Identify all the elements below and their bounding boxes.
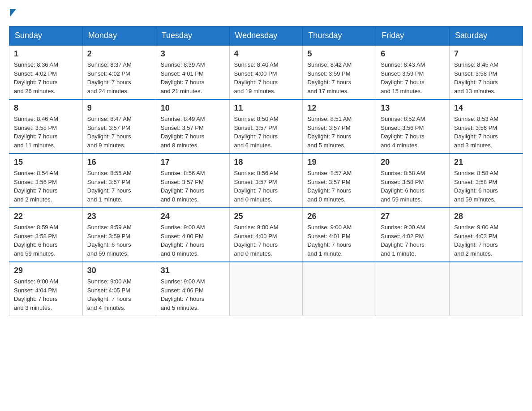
day-number-7: 7 [454,49,518,59]
day-number-1: 1 [14,49,78,59]
day-number-10: 10 [161,103,225,113]
day-info-6: Sunrise: 8:43 AMSunset: 3:59 PMDaylight:… [381,60,445,95]
day-info-8: Sunrise: 8:46 AMSunset: 3:58 PMDaylight:… [14,115,78,150]
day-cell-31: 31Sunrise: 9:00 AMSunset: 4:06 PMDayligh… [156,262,229,316]
empty-cell-w4-d6 [450,262,523,316]
weekday-friday: Friday [376,26,450,46]
day-number-18: 18 [234,158,298,167]
day-info-7: Sunrise: 8:45 AMSunset: 3:58 PMDaylight:… [454,60,518,95]
day-number-4: 4 [234,49,298,59]
day-info-4: Sunrise: 8:40 AMSunset: 4:00 PMDaylight:… [234,60,298,95]
day-number-3: 3 [161,49,225,59]
week-row-1: 1Sunrise: 8:36 AMSunset: 4:02 PMDaylight… [9,45,523,99]
day-cell-10: 10Sunrise: 8:49 AMSunset: 3:57 PMDayligh… [156,99,229,154]
day-number-23: 23 [87,212,151,221]
weekday-wednesday: Wednesday [229,26,303,46]
day-info-15: Sunrise: 8:54 AMSunset: 3:56 PMDaylight:… [14,169,78,204]
day-cell-27: 27Sunrise: 9:00 AMSunset: 4:02 PMDayligh… [376,208,450,262]
logo-arrow-icon [10,9,16,17]
day-info-28: Sunrise: 9:00 AMSunset: 4:03 PMDaylight:… [454,223,518,258]
day-cell-6: 6Sunrise: 8:43 AMSunset: 3:59 PMDaylight… [376,45,450,99]
day-number-20: 20 [381,158,445,167]
week-row-3: 15Sunrise: 8:54 AMSunset: 3:56 PMDayligh… [9,154,523,208]
day-info-25: Sunrise: 9:00 AMSunset: 4:00 PMDaylight:… [234,223,298,258]
empty-cell-w4-d4 [303,262,376,316]
day-cell-21: 21Sunrise: 8:58 AMSunset: 3:58 PMDayligh… [450,154,523,208]
day-info-30: Sunrise: 9:00 AMSunset: 4:05 PMDaylight:… [87,277,151,312]
day-cell-17: 17Sunrise: 8:56 AMSunset: 3:57 PMDayligh… [156,154,229,208]
day-info-21: Sunrise: 8:58 AMSunset: 3:58 PMDaylight:… [454,169,518,204]
day-info-13: Sunrise: 8:52 AMSunset: 3:56 PMDaylight:… [381,115,445,150]
day-info-9: Sunrise: 8:47 AMSunset: 3:57 PMDaylight:… [87,115,151,150]
day-number-26: 26 [307,212,371,221]
day-cell-30: 30Sunrise: 9:00 AMSunset: 4:05 PMDayligh… [82,262,156,316]
day-number-19: 19 [307,158,371,167]
day-number-24: 24 [161,212,225,221]
day-cell-2: 2Sunrise: 8:37 AMSunset: 4:02 PMDaylight… [82,45,156,99]
day-cell-22: 22Sunrise: 8:59 AMSunset: 3:58 PMDayligh… [9,208,83,262]
day-info-3: Sunrise: 8:39 AMSunset: 4:01 PMDaylight:… [161,60,225,95]
weekday-header-row: SundayMondayTuesdayWednesdayThursdayFrid… [9,26,523,46]
logo [9,9,16,17]
weekday-sunday: Sunday [9,26,83,46]
day-info-17: Sunrise: 8:56 AMSunset: 3:57 PMDaylight:… [161,169,225,204]
day-info-12: Sunrise: 8:51 AMSunset: 3:57 PMDaylight:… [307,115,371,150]
day-number-5: 5 [307,49,371,59]
day-cell-1: 1Sunrise: 8:36 AMSunset: 4:02 PMDaylight… [9,45,83,99]
day-cell-8: 8Sunrise: 8:46 AMSunset: 3:58 PMDaylight… [9,99,83,154]
day-number-30: 30 [87,266,151,275]
day-cell-26: 26Sunrise: 9:00 AMSunset: 4:01 PMDayligh… [303,208,376,262]
day-cell-20: 20Sunrise: 8:58 AMSunset: 3:58 PMDayligh… [376,154,450,208]
day-cell-23: 23Sunrise: 8:59 AMSunset: 3:59 PMDayligh… [82,208,156,262]
day-number-25: 25 [234,212,298,221]
week-row-5: 29Sunrise: 9:00 AMSunset: 4:04 PMDayligh… [9,262,523,316]
day-number-6: 6 [381,49,445,59]
day-info-14: Sunrise: 8:53 AMSunset: 3:56 PMDaylight:… [454,115,518,150]
day-info-27: Sunrise: 9:00 AMSunset: 4:02 PMDaylight:… [381,223,445,258]
day-info-19: Sunrise: 8:57 AMSunset: 3:57 PMDaylight:… [307,169,371,204]
day-number-12: 12 [307,103,371,113]
day-info-11: Sunrise: 8:50 AMSunset: 3:57 PMDaylight:… [234,115,298,150]
day-cell-12: 12Sunrise: 8:51 AMSunset: 3:57 PMDayligh… [303,99,376,154]
day-cell-28: 28Sunrise: 9:00 AMSunset: 4:03 PMDayligh… [450,208,523,262]
empty-cell-w4-d5 [376,262,450,316]
weekday-monday: Monday [82,26,156,46]
day-info-29: Sunrise: 9:00 AMSunset: 4:04 PMDaylight:… [14,277,78,312]
day-cell-3: 3Sunrise: 8:39 AMSunset: 4:01 PMDaylight… [156,45,229,99]
day-cell-13: 13Sunrise: 8:52 AMSunset: 3:56 PMDayligh… [376,99,450,154]
day-number-16: 16 [87,158,151,167]
day-info-20: Sunrise: 8:58 AMSunset: 3:58 PMDaylight:… [381,169,445,204]
day-number-28: 28 [454,212,518,221]
day-cell-4: 4Sunrise: 8:40 AMSunset: 4:00 PMDaylight… [229,45,303,99]
day-cell-9: 9Sunrise: 8:47 AMSunset: 3:57 PMDaylight… [82,99,156,154]
week-row-4: 22Sunrise: 8:59 AMSunset: 3:58 PMDayligh… [9,208,523,262]
day-cell-24: 24Sunrise: 9:00 AMSunset: 4:00 PMDayligh… [156,208,229,262]
day-number-2: 2 [87,49,151,59]
day-cell-14: 14Sunrise: 8:53 AMSunset: 3:56 PMDayligh… [450,99,523,154]
day-cell-18: 18Sunrise: 8:56 AMSunset: 3:57 PMDayligh… [229,154,303,208]
day-cell-11: 11Sunrise: 8:50 AMSunset: 3:57 PMDayligh… [229,99,303,154]
day-info-24: Sunrise: 9:00 AMSunset: 4:00 PMDaylight:… [161,223,225,258]
day-number-17: 17 [161,158,225,167]
day-info-10: Sunrise: 8:49 AMSunset: 3:57 PMDaylight:… [161,115,225,150]
weekday-tuesday: Tuesday [156,26,229,46]
week-row-2: 8Sunrise: 8:46 AMSunset: 3:58 PMDaylight… [9,99,523,154]
day-info-26: Sunrise: 9:00 AMSunset: 4:01 PMDaylight:… [307,223,371,258]
page-header [9,9,523,17]
day-number-11: 11 [234,103,298,113]
day-cell-25: 25Sunrise: 9:00 AMSunset: 4:00 PMDayligh… [229,208,303,262]
day-number-13: 13 [381,103,445,113]
day-number-14: 14 [454,103,518,113]
day-info-18: Sunrise: 8:56 AMSunset: 3:57 PMDaylight:… [234,169,298,204]
day-info-2: Sunrise: 8:37 AMSunset: 4:02 PMDaylight:… [87,60,151,95]
day-info-23: Sunrise: 8:59 AMSunset: 3:59 PMDaylight:… [87,223,151,258]
calendar-table: SundayMondayTuesdayWednesdayThursdayFrid… [9,26,523,316]
day-cell-16: 16Sunrise: 8:55 AMSunset: 3:57 PMDayligh… [82,154,156,208]
day-number-22: 22 [14,212,78,221]
day-number-21: 21 [454,158,518,167]
day-number-27: 27 [381,212,445,221]
day-info-5: Sunrise: 8:42 AMSunset: 3:59 PMDaylight:… [307,60,371,95]
empty-cell-w4-d3 [229,262,303,316]
day-cell-7: 7Sunrise: 8:45 AMSunset: 3:58 PMDaylight… [450,45,523,99]
day-number-29: 29 [14,266,78,275]
